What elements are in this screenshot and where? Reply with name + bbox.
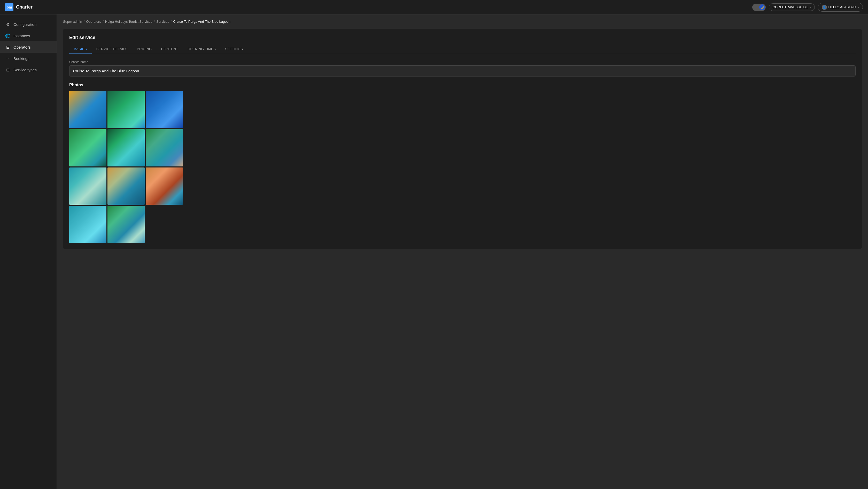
tab-settings[interactable]: SETTINGS — [220, 44, 247, 54]
gear-icon: ⚙ — [5, 22, 10, 27]
app-title: Charter — [16, 4, 33, 10]
service-name-label: Service name — [69, 60, 856, 64]
globe-icon: 🌐 — [5, 33, 10, 38]
photo-10[interactable] — [69, 206, 106, 243]
tab-opening-times[interactable]: OPENING TIMES — [183, 44, 221, 54]
breadcrumb-sep-2: / — [102, 20, 103, 24]
photo-6[interactable] — [146, 129, 183, 166]
photo-7[interactable] — [69, 167, 106, 205]
photo-8[interactable] — [107, 167, 145, 205]
instance-selector[interactable]: CORFUTRAVELGUIDE ▾ — [769, 3, 815, 11]
service-name-field-group: Service name — [69, 60, 856, 77]
photos-label: Photos — [69, 83, 856, 87]
edit-service-title: Edit service — [69, 35, 856, 40]
sidebar-item-operators[interactable]: ⊞ Operators — [0, 41, 57, 53]
chevron-down-icon: ▾ — [810, 6, 811, 8]
service-types-icon: ⊟ — [5, 67, 10, 72]
user-menu[interactable]: 👤 HELLO ALASTAIR ▾ — [818, 3, 863, 12]
theme-toggle[interactable] — [752, 4, 766, 11]
service-name-input[interactable] — [69, 65, 856, 77]
topbar-right: CORFUTRAVELGUIDE ▾ 👤 HELLO ALASTAIR ▾ — [752, 3, 863, 12]
photo-5[interactable] — [107, 129, 145, 166]
sidebar: ⚙ Configuration 🌐 Instances ⊞ Operators … — [0, 14, 57, 489]
breadcrumb-operators[interactable]: Operators — [86, 20, 101, 24]
breadcrumb-super-admin[interactable]: Super admin — [63, 20, 82, 24]
breadcrumb-sep-4: / — [171, 20, 172, 24]
grid-icon: ⊞ — [5, 44, 10, 50]
photo-2[interactable] — [107, 91, 145, 128]
photo-11[interactable] — [107, 206, 145, 243]
breadcrumb-services[interactable]: Services — [156, 20, 169, 24]
tab-pricing[interactable]: PRICING — [132, 44, 157, 54]
app-logo: bm — [5, 3, 13, 11]
photo-4[interactable] — [69, 129, 106, 166]
breadcrumb-sep-1: / — [84, 20, 85, 24]
photo-1[interactable] — [69, 91, 106, 128]
topbar: bm Charter CORFUTRAVELGUIDE ▾ 👤 HELLO AL… — [0, 0, 868, 14]
edit-service-card: Edit service BASICS SERVICE DETAILS PRIC… — [63, 29, 862, 249]
main-content: Super admin / Operators / Helga Holidays… — [57, 14, 868, 489]
breadcrumb-current: Cruise To Parga And The Blue Lagoon — [173, 20, 230, 24]
photo-9[interactable] — [146, 167, 183, 205]
photos-section: Photos — [69, 83, 856, 243]
service-tabs: BASICS SERVICE DETAILS PRICING CONTENT O… — [69, 44, 856, 54]
topbar-left: bm Charter — [5, 3, 33, 11]
breadcrumb-operator[interactable]: Helga Holidays Tourist Services — [105, 20, 152, 24]
chart-icon: 〰 — [5, 56, 10, 61]
photo-3[interactable] — [146, 91, 183, 128]
user-avatar-icon: 👤 — [822, 5, 827, 10]
layout: ⚙ Configuration 🌐 Instances ⊞ Operators … — [0, 14, 868, 489]
sidebar-item-bookings[interactable]: 〰 Bookings — [0, 53, 57, 64]
sidebar-item-service-types[interactable]: ⊟ Service types — [0, 64, 57, 75]
chevron-down-icon: ▾ — [858, 6, 859, 8]
tab-basics[interactable]: BASICS — [69, 44, 92, 54]
tab-content[interactable]: CONTENT — [157, 44, 183, 54]
tab-service-details[interactable]: SERVICE DETAILS — [92, 44, 132, 54]
breadcrumb: Super admin / Operators / Helga Holidays… — [63, 20, 862, 24]
sidebar-item-configuration[interactable]: ⚙ Configuration — [0, 19, 57, 30]
breadcrumb-sep-3: / — [154, 20, 155, 24]
sidebar-item-instances[interactable]: 🌐 Instances — [0, 30, 57, 41]
photos-grid — [69, 91, 183, 243]
